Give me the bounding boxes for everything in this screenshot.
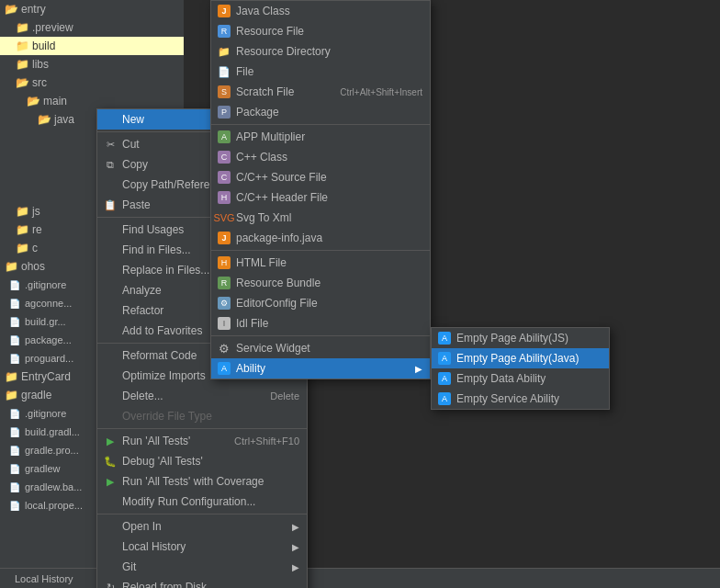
modify-icon — [103, 494, 118, 509]
folder-icon: 📁 — [4, 369, 18, 384]
new-icon — [103, 112, 118, 127]
copy-path-icon — [103, 177, 118, 192]
menu-item-reload[interactable]: ↻ Reload from Disk — [97, 577, 307, 588]
menu-item-run-tests[interactable]: ▶ Run 'All Tests' Ctrl+Shift+F10 — [97, 431, 307, 451]
folder-icon: 📁 — [15, 57, 29, 72]
cpp-class-icon: C — [217, 150, 231, 164]
new-cpp-source[interactable]: C C/C++ Source File — [211, 167, 430, 187]
new-app-multiplier[interactable]: A APP Multiplier — [211, 127, 430, 147]
ability-java-icon: A — [437, 351, 452, 366]
submenu-arrow-open: ▶ — [292, 522, 299, 532]
tree-item-preview[interactable]: 📁 .preview — [0, 18, 184, 37]
file-icon: 📄 — [7, 498, 22, 513]
refactor-icon — [103, 303, 118, 318]
file-icon: 📄 — [7, 277, 22, 292]
menu-item-run-coverage[interactable]: ▶ Run 'All Tests' with Coverage — [97, 471, 307, 492]
menu-item-debug-tests[interactable]: 🐛 Debug 'All Tests' — [97, 451, 307, 471]
menu-item-modify-run[interactable]: Modify Run Configuration... — [97, 492, 307, 512]
tree-item-build[interactable]: 📁 build — [0, 37, 184, 55]
new-res-bundle[interactable]: R Resource Bundle — [211, 273, 430, 293]
local-history-tab[interactable]: Local History — [7, 571, 81, 586]
new-ability[interactable]: A Ability ▶ — [211, 358, 430, 379]
menu-item-local-history[interactable]: Local History ▶ — [97, 537, 307, 557]
paste-icon: 📋 — [103, 198, 118, 212]
new-scratch-file[interactable]: S Scratch File Ctrl+Alt+Shift+Insert — [211, 82, 430, 102]
file-icon: 📄 — [7, 443, 22, 458]
cpp-source-icon: C — [217, 170, 231, 185]
sep-new-1 — [211, 124, 430, 125]
new-service-widget[interactable]: ⚙ Service Widget — [211, 338, 430, 358]
find-usages-icon — [103, 222, 118, 237]
resource-dir-icon: 📁 — [217, 44, 231, 59]
separator-4 — [97, 428, 307, 429]
file-icon: 📄 — [7, 406, 22, 421]
new-cpp-header[interactable]: H C/C++ Header File — [211, 187, 430, 208]
find-icon — [103, 243, 118, 257]
git-icon — [103, 560, 118, 574]
new-idl[interactable]: I Idl File — [211, 313, 430, 334]
history-icon — [103, 539, 118, 554]
ability-empty-page-java[interactable]: A Empty Page Ability(Java) — [432, 348, 609, 368]
tree-item-main[interactable]: 📂 main — [0, 92, 184, 110]
file-icon: 📄 — [7, 461, 22, 476]
new-package[interactable]: P Package — [211, 102, 430, 122]
new-editorconfig[interactable]: ⚙ EditorConfig File — [211, 293, 430, 313]
cpp-header-icon: H — [217, 190, 231, 205]
ability-data-icon: A — [437, 371, 452, 386]
new-svg[interactable]: SVG Svg To Xml — [211, 208, 430, 228]
submenu-ability: A Empty Page Ability(JS) A Empty Page Ab… — [431, 327, 610, 410]
service-widget-icon: ⚙ — [217, 341, 231, 356]
folder-open-icon: 📂 — [15, 75, 29, 90]
run-icon: ▶ — [103, 434, 118, 448]
new-java-class[interactable]: J Java Class — [211, 1, 430, 21]
sep-new-3 — [211, 335, 430, 336]
new-resource-dir[interactable]: 📁 Resource Directory — [211, 41, 430, 62]
app-icon: A — [217, 130, 231, 144]
submenu-new: J Java Class R Resource File 📁 Resource … — [210, 0, 431, 379]
ability-empty-service[interactable]: A Empty Service Ability — [432, 389, 609, 409]
local-history-label: Local History — [15, 573, 73, 584]
scratch-icon: S — [217, 85, 231, 99]
ability-empty-page-js[interactable]: A Empty Page Ability(JS) — [432, 328, 609, 348]
folder-open-icon: 📂 — [37, 112, 51, 127]
editorconfig-icon: ⚙ — [217, 296, 231, 311]
tree-item-libs[interactable]: 📁 libs — [0, 55, 184, 74]
idl-icon: I — [217, 316, 231, 331]
menu-item-delete[interactable]: Delete... Delete — [97, 386, 307, 406]
sep-new-2 — [211, 250, 430, 251]
tree-item-src[interactable]: 📂 src — [0, 74, 184, 92]
optimize-icon — [103, 368, 118, 383]
folder-icon: 📁 — [15, 39, 29, 53]
open-in-icon — [103, 519, 118, 534]
file-icon: 📄 — [7, 333, 22, 347]
ability-empty-data[interactable]: A Empty Data Ability — [432, 368, 609, 389]
file-icon: 📄 — [7, 351, 22, 366]
file-new-icon: 📄 — [217, 64, 231, 79]
package-icon: P — [217, 105, 231, 119]
svg-icon: SVG — [217, 210, 231, 225]
ability-arrow: ▶ — [415, 364, 422, 374]
file-icon: 📄 — [7, 480, 22, 494]
coverage-icon: ▶ — [103, 474, 118, 489]
menu-item-override: Override File Type — [97, 406, 307, 426]
folder-icon: 📁 — [15, 241, 29, 255]
folder-icon: 📁 — [15, 20, 29, 35]
analyze-icon — [103, 283, 118, 298]
favorites-icon — [103, 323, 118, 338]
menu-item-open-in[interactable]: Open In ▶ — [97, 516, 307, 537]
java-class-icon: J — [217, 4, 231, 18]
folder-open-icon: 📂 — [26, 94, 40, 108]
new-cpp-class[interactable]: C C++ Class — [211, 147, 430, 167]
new-pkg-info[interactable]: J package-info.java — [211, 228, 430, 248]
tree-item-entry[interactable]: 📂 entry — [0, 0, 184, 18]
new-file[interactable]: 📄 File — [211, 62, 430, 82]
pkg-info-icon: J — [217, 231, 231, 245]
new-resource-file[interactable]: R Resource File — [211, 21, 430, 41]
menu-item-git[interactable]: Git ▶ — [97, 557, 307, 577]
file-icon: 📄 — [7, 314, 22, 329]
submenu-arrow-git: ▶ — [292, 562, 299, 572]
cut-icon: ✂ — [103, 137, 118, 152]
folder-icon: 📁 — [4, 259, 18, 274]
html-icon: H — [217, 255, 231, 270]
new-html[interactable]: H HTML File — [211, 253, 430, 273]
